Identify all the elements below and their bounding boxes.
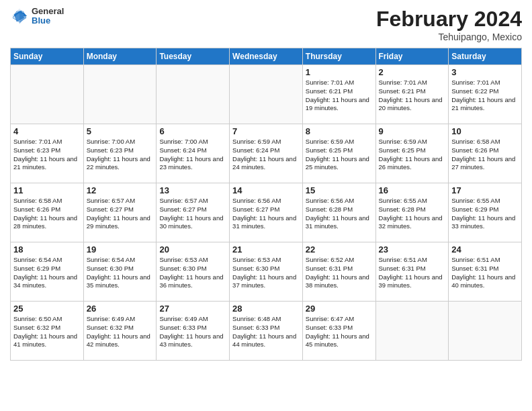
day-number: 20 bbox=[159, 244, 226, 255]
day-number: 3 bbox=[451, 67, 519, 77]
day-number: 9 bbox=[379, 126, 446, 136]
day-info: Sunrise: 6:53 AM Sunset: 6:30 PM Dayligh… bbox=[159, 256, 226, 290]
col-header-monday: Monday bbox=[83, 48, 157, 65]
calendar-week-0: 1Sunrise: 7:01 AM Sunset: 6:21 PM Daylig… bbox=[11, 65, 522, 124]
day-info: Sunrise: 7:01 AM Sunset: 6:21 PM Dayligh… bbox=[379, 79, 446, 113]
day-info: Sunrise: 6:57 AM Sunset: 6:27 PM Dayligh… bbox=[159, 197, 226, 231]
calendar-cell: 21Sunrise: 6:53 AM Sunset: 6:30 PM Dayli… bbox=[230, 242, 303, 302]
calendar-cell: 10Sunrise: 6:58 AM Sunset: 6:26 PM Dayli… bbox=[449, 124, 522, 183]
day-number: 18 bbox=[13, 244, 81, 255]
day-number: 19 bbox=[87, 244, 154, 255]
day-number: 28 bbox=[232, 304, 300, 314]
calendar-cell: 15Sunrise: 6:56 AM Sunset: 6:28 PM Dayli… bbox=[302, 183, 375, 242]
calendar-cell: 8Sunrise: 6:59 AM Sunset: 6:25 PM Daylig… bbox=[302, 124, 375, 183]
col-header-tuesday: Tuesday bbox=[157, 48, 230, 65]
col-header-wednesday: Wednesday bbox=[230, 48, 303, 65]
calendar-cell: 16Sunrise: 6:55 AM Sunset: 6:28 PM Dayli… bbox=[375, 183, 449, 242]
col-header-sunday: Sunday bbox=[11, 48, 84, 65]
col-header-saturday: Saturday bbox=[449, 48, 522, 65]
day-info: Sunrise: 7:01 AM Sunset: 6:23 PM Dayligh… bbox=[13, 138, 81, 172]
calendar-cell: 24Sunrise: 6:51 AM Sunset: 6:31 PM Dayli… bbox=[449, 242, 522, 302]
col-header-friday: Friday bbox=[375, 48, 449, 65]
calendar-cell bbox=[230, 65, 303, 124]
calendar-week-2: 11Sunrise: 6:58 AM Sunset: 6:26 PM Dayli… bbox=[11, 183, 522, 242]
day-info: Sunrise: 6:49 AM Sunset: 6:33 PM Dayligh… bbox=[159, 315, 226, 349]
col-header-thursday: Thursday bbox=[302, 48, 375, 65]
calendar-cell bbox=[11, 65, 84, 124]
logo-icon bbox=[10, 7, 29, 26]
day-info: Sunrise: 6:49 AM Sunset: 6:32 PM Dayligh… bbox=[87, 315, 154, 349]
calendar-cell: 27Sunrise: 6:49 AM Sunset: 6:33 PM Dayli… bbox=[157, 302, 230, 361]
logo-general: General bbox=[32, 7, 64, 16]
day-number: 29 bbox=[306, 304, 373, 314]
day-number: 5 bbox=[87, 126, 154, 136]
calendar-cell bbox=[449, 302, 522, 361]
day-info: Sunrise: 7:01 AM Sunset: 6:21 PM Dayligh… bbox=[306, 79, 373, 113]
page: General Blue February 2024 Tehuipango, M… bbox=[0, 0, 532, 411]
day-info: Sunrise: 6:53 AM Sunset: 6:30 PM Dayligh… bbox=[232, 256, 300, 290]
day-info: Sunrise: 6:51 AM Sunset: 6:31 PM Dayligh… bbox=[451, 256, 519, 290]
calendar-header-row: SundayMondayTuesdayWednesdayThursdayFrid… bbox=[11, 48, 522, 65]
day-info: Sunrise: 6:55 AM Sunset: 6:28 PM Dayligh… bbox=[379, 197, 446, 231]
day-info: Sunrise: 6:59 AM Sunset: 6:25 PM Dayligh… bbox=[306, 138, 373, 172]
header: General Blue February 2024 Tehuipango, M… bbox=[10, 7, 522, 42]
month-title: February 2024 bbox=[376, 7, 522, 32]
calendar-cell: 23Sunrise: 6:51 AM Sunset: 6:31 PM Dayli… bbox=[375, 242, 449, 302]
day-info: Sunrise: 6:59 AM Sunset: 6:25 PM Dayligh… bbox=[379, 138, 446, 172]
day-number: 23 bbox=[379, 244, 446, 255]
calendar-cell: 25Sunrise: 6:50 AM Sunset: 6:32 PM Dayli… bbox=[11, 302, 84, 361]
calendar-cell: 7Sunrise: 6:59 AM Sunset: 6:24 PM Daylig… bbox=[230, 124, 303, 183]
day-number: 15 bbox=[306, 185, 373, 195]
day-number: 7 bbox=[232, 126, 300, 136]
day-info: Sunrise: 6:52 AM Sunset: 6:31 PM Dayligh… bbox=[306, 256, 373, 290]
day-number: 4 bbox=[13, 126, 81, 136]
day-info: Sunrise: 6:56 AM Sunset: 6:28 PM Dayligh… bbox=[306, 197, 373, 231]
day-info: Sunrise: 6:48 AM Sunset: 6:33 PM Dayligh… bbox=[232, 315, 300, 349]
calendar-week-3: 18Sunrise: 6:54 AM Sunset: 6:29 PM Dayli… bbox=[11, 242, 522, 302]
day-number: 14 bbox=[232, 185, 300, 195]
day-number: 24 bbox=[451, 244, 519, 255]
day-info: Sunrise: 7:01 AM Sunset: 6:22 PM Dayligh… bbox=[451, 79, 519, 113]
calendar-cell: 22Sunrise: 6:52 AM Sunset: 6:31 PM Dayli… bbox=[302, 242, 375, 302]
calendar-cell bbox=[157, 65, 230, 124]
calendar-cell: 6Sunrise: 7:00 AM Sunset: 6:24 PM Daylig… bbox=[157, 124, 230, 183]
day-info: Sunrise: 6:58 AM Sunset: 6:26 PM Dayligh… bbox=[451, 138, 519, 172]
day-number: 2 bbox=[379, 67, 446, 77]
calendar-cell: 26Sunrise: 6:49 AM Sunset: 6:32 PM Dayli… bbox=[83, 302, 157, 361]
day-number: 12 bbox=[87, 185, 154, 195]
day-number: 25 bbox=[13, 304, 81, 314]
calendar-cell: 29Sunrise: 6:47 AM Sunset: 6:33 PM Dayli… bbox=[302, 302, 375, 361]
calendar-cell: 9Sunrise: 6:59 AM Sunset: 6:25 PM Daylig… bbox=[375, 124, 449, 183]
calendar-week-1: 4Sunrise: 7:01 AM Sunset: 6:23 PM Daylig… bbox=[11, 124, 522, 183]
calendar-cell: 2Sunrise: 7:01 AM Sunset: 6:21 PM Daylig… bbox=[375, 65, 449, 124]
calendar-cell: 3Sunrise: 7:01 AM Sunset: 6:22 PM Daylig… bbox=[449, 65, 522, 124]
day-number: 13 bbox=[159, 185, 226, 195]
day-number: 10 bbox=[451, 126, 519, 136]
day-info: Sunrise: 6:54 AM Sunset: 6:29 PM Dayligh… bbox=[13, 256, 81, 290]
day-info: Sunrise: 6:58 AM Sunset: 6:26 PM Dayligh… bbox=[13, 197, 81, 231]
day-number: 26 bbox=[87, 304, 154, 314]
calendar-cell: 11Sunrise: 6:58 AM Sunset: 6:26 PM Dayli… bbox=[11, 183, 84, 242]
day-info: Sunrise: 7:00 AM Sunset: 6:23 PM Dayligh… bbox=[87, 138, 154, 172]
calendar-cell bbox=[375, 302, 449, 361]
calendar-cell: 20Sunrise: 6:53 AM Sunset: 6:30 PM Dayli… bbox=[157, 242, 230, 302]
day-info: Sunrise: 6:50 AM Sunset: 6:32 PM Dayligh… bbox=[13, 315, 81, 349]
logo-text: General Blue bbox=[32, 7, 64, 26]
day-info: Sunrise: 6:47 AM Sunset: 6:33 PM Dayligh… bbox=[306, 315, 373, 349]
calendar-cell: 14Sunrise: 6:56 AM Sunset: 6:27 PM Dayli… bbox=[230, 183, 303, 242]
title-area: February 2024 Tehuipango, Mexico bbox=[376, 7, 522, 42]
day-number: 27 bbox=[159, 304, 226, 314]
calendar-week-4: 25Sunrise: 6:50 AM Sunset: 6:32 PM Dayli… bbox=[11, 302, 522, 361]
day-info: Sunrise: 6:56 AM Sunset: 6:27 PM Dayligh… bbox=[232, 197, 300, 231]
logo: General Blue bbox=[10, 7, 64, 26]
day-info: Sunrise: 7:00 AM Sunset: 6:24 PM Dayligh… bbox=[159, 138, 226, 172]
day-number: 17 bbox=[451, 185, 519, 195]
calendar-cell: 18Sunrise: 6:54 AM Sunset: 6:29 PM Dayli… bbox=[11, 242, 84, 302]
calendar-cell: 28Sunrise: 6:48 AM Sunset: 6:33 PM Dayli… bbox=[230, 302, 303, 361]
calendar: SundayMondayTuesdayWednesdayThursdayFrid… bbox=[10, 48, 522, 361]
day-number: 11 bbox=[13, 185, 81, 195]
calendar-cell: 13Sunrise: 6:57 AM Sunset: 6:27 PM Dayli… bbox=[157, 183, 230, 242]
calendar-cell: 1Sunrise: 7:01 AM Sunset: 6:21 PM Daylig… bbox=[302, 65, 375, 124]
day-number: 22 bbox=[306, 244, 373, 255]
calendar-cell: 5Sunrise: 7:00 AM Sunset: 6:23 PM Daylig… bbox=[83, 124, 157, 183]
